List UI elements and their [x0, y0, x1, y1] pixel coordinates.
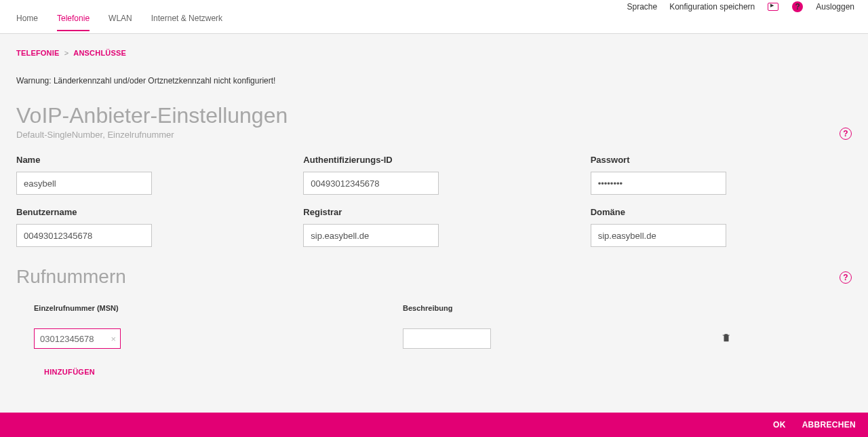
section-numbers-help-icon[interactable]: ?	[840, 271, 852, 284]
input-domain[interactable]	[591, 224, 726, 247]
ok-button[interactable]: OK	[773, 420, 786, 430]
warning-text: Warnung: Länderkennzahl und/oder Ortznet…	[16, 76, 852, 86]
label-domain: Domäne	[591, 207, 728, 217]
tab-telephony[interactable]: Telefonie	[57, 14, 90, 31]
input-auth-id[interactable]	[303, 172, 439, 195]
breadcrumb-a[interactable]: TELEFONIE	[16, 49, 60, 57]
breadcrumb: TELEFONIE > ANSCHLÜSSE	[16, 49, 852, 57]
input-registrar[interactable]	[303, 224, 439, 247]
section-numbers-title: Rufnummern	[16, 266, 852, 288]
settings-form: Name Authentifizierungs-ID Passwort Benu…	[16, 155, 728, 247]
msn-block: Einzelrufnummer (MSN) Beschreibung × HIN…	[16, 304, 852, 377]
cancel-button[interactable]: ABBRECHEN	[802, 420, 856, 430]
msn-header: Einzelrufnummer (MSN) Beschreibung	[34, 304, 852, 312]
msn-description-input[interactable]	[403, 328, 491, 349]
help-icon[interactable]: ?	[791, 1, 804, 13]
footer-action-bar: OK ABBRECHEN	[0, 413, 868, 437]
top-utility-bar: Sprache Konfiguration speichern ? Auslog…	[0, 0, 868, 14]
msn-header-col2: Beschreibung	[403, 304, 722, 312]
clear-icon[interactable]: ×	[111, 334, 116, 344]
input-name[interactable]	[16, 172, 152, 195]
label-auth-id: Authentifizierungs-ID	[303, 155, 441, 165]
save-config-link[interactable]: Konfiguration speichern	[669, 2, 755, 12]
label-password: Passwort	[591, 155, 728, 165]
screencast-icon[interactable]	[767, 1, 779, 13]
logout-link[interactable]: Ausloggen	[816, 2, 854, 12]
content-area: TELEFONIE > ANSCHLÜSSE Warnung: Länderke…	[0, 34, 868, 413]
section-help-icon[interactable]: ?	[840, 128, 852, 140]
tab-internet[interactable]: Internet & Netzwerk	[151, 14, 222, 30]
tab-wlan[interactable]: WLAN	[108, 14, 132, 30]
msn-header-col1: Einzelrufnummer (MSN)	[34, 304, 403, 312]
breadcrumb-b[interactable]: ANSCHLÜSSE	[73, 49, 126, 57]
msn-row: ×	[34, 328, 852, 349]
msn-input[interactable]	[34, 328, 121, 349]
label-name: Name	[16, 155, 154, 165]
breadcrumb-sep: >	[64, 49, 69, 57]
trash-icon[interactable]	[722, 333, 731, 345]
label-registrar: Registrar	[303, 207, 441, 217]
page-subtitle: Default-SingleNumber, Einzelrufnummer	[16, 130, 852, 140]
input-password[interactable]	[591, 172, 726, 195]
input-username[interactable]	[16, 224, 152, 247]
language-link[interactable]: Sprache	[627, 2, 657, 12]
main-nav: Home Telefonie WLAN Internet & Netzwerk	[0, 14, 868, 34]
add-msn-button[interactable]: HINZUFÜGEN	[34, 368, 95, 376]
page-title: VoIP-Anbieter-Einstellungen	[16, 103, 852, 128]
label-username: Benutzername	[16, 207, 154, 217]
tab-home[interactable]: Home	[16, 14, 38, 30]
